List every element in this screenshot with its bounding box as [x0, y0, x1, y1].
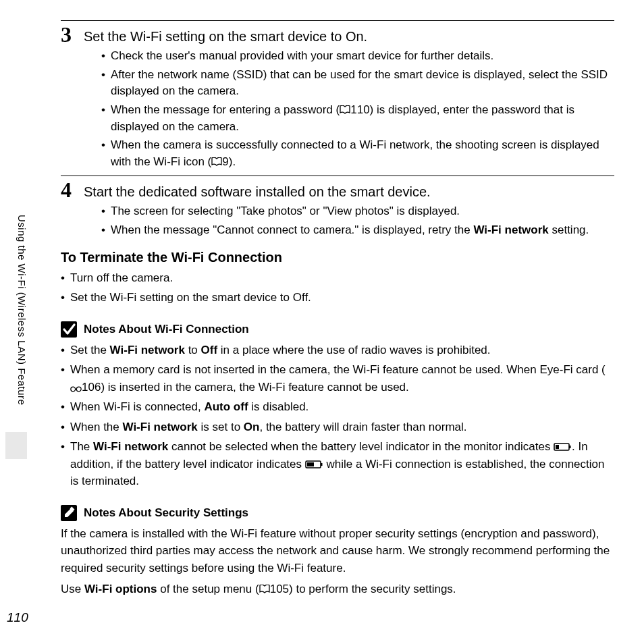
list-item: When the camera is successfully connecte… — [101, 137, 614, 170]
list-item: When the message "Cannot connect to came… — [101, 222, 614, 239]
checkbox-icon — [61, 321, 77, 338]
step-number: 4 — [61, 179, 84, 200]
notes-wifi-heading: Notes About Wi-Fi Connection — [61, 321, 614, 338]
step-title: Set the Wi-Fi setting on the smart devic… — [84, 29, 367, 45]
reference-icon — [70, 386, 82, 392]
step-3: 3 Set the Wi-Fi setting on the smart dev… — [61, 24, 614, 45]
step-title: Start the dedicated software installed o… — [84, 184, 431, 200]
side-section-label: Using the Wi-Fi (Wireless LAN) Feature — [16, 215, 28, 405]
battery-low-icon — [554, 442, 572, 452]
list-item: Turn off the camera. — [61, 269, 614, 287]
book-icon — [340, 105, 350, 114]
terminate-heading: To Terminate the Wi-Fi Connection — [61, 250, 614, 265]
side-tab — [5, 432, 27, 459]
list-item: After the network name (SSID) that can b… — [101, 67, 614, 100]
step-3-bullets: Check the user's manual provided with yo… — [101, 48, 614, 170]
list-item: When Wi-Fi is connected, Auto off is dis… — [61, 398, 614, 416]
notes-wifi-bullets: Set the Wi-Fi network to Off in a place … — [61, 342, 614, 490]
page-number: 110 — [7, 610, 28, 625]
security-paragraph: If the camera is installed with the Wi-F… — [61, 525, 614, 577]
note-title: Notes About Wi-Fi Connection — [84, 323, 249, 336]
list-item: The screen for selecting "Take photos" o… — [101, 203, 614, 220]
list-item: Check the user's manual provided with yo… — [101, 48, 614, 65]
security-paragraph-2: Use Wi-Fi options of the setup menu (105… — [61, 581, 614, 598]
list-item: When the message for entering a password… — [101, 102, 614, 135]
list-item: When the Wi-Fi network is set to On, the… — [61, 419, 614, 436]
list-item: The Wi-Fi network cannot be selected whe… — [61, 438, 614, 490]
notes-security-heading: Notes About Security Settings — [61, 505, 614, 521]
list-item: Set the Wi-Fi network to Off in a place … — [61, 342, 614, 359]
note-title: Notes About Security Settings — [84, 506, 248, 520]
step-4: 4 Start the dedicated software installed… — [61, 179, 614, 200]
pencil-icon — [61, 505, 77, 521]
step-number: 3 — [61, 24, 84, 45]
list-item: When a memory card is not inserted in th… — [61, 361, 614, 396]
terminate-bullets: Turn off the camera. Set the Wi-Fi setti… — [61, 269, 614, 306]
book-icon — [211, 157, 222, 166]
page-content: 3 Set the Wi-Fi setting on the smart dev… — [61, 20, 614, 602]
list-item: Set the Wi-Fi setting on the smart devic… — [61, 289, 614, 306]
book-icon — [259, 585, 270, 593]
step-4-bullets: The screen for selecting "Take photos" o… — [101, 203, 614, 238]
battery-half-icon — [305, 460, 323, 469]
